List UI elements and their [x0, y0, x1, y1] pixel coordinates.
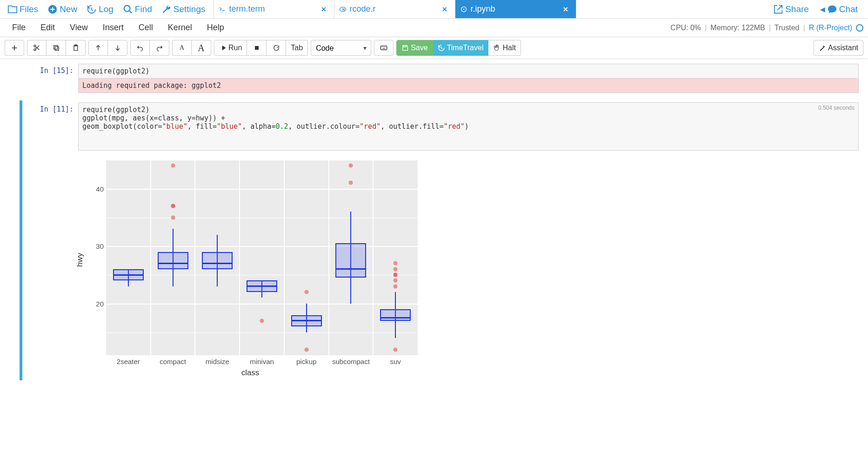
run-button[interactable]: Run [214, 40, 247, 56]
history-icon [87, 4, 97, 14]
undo-button[interactable] [130, 40, 150, 56]
insert-cell-button[interactable] [5, 40, 24, 56]
code-cell[interactable]: In [11]: require(ggplot2) ggplot(mpg, ae… [20, 100, 868, 380]
memory-status: Memory: 122MB [710, 24, 765, 32]
menu-cell[interactable]: Cell [131, 21, 160, 34]
copy-icon [53, 44, 60, 52]
interrupt-button[interactable] [247, 40, 267, 56]
history-icon [438, 44, 445, 52]
magic-icon [819, 44, 826, 52]
svg-rect-12 [255, 46, 259, 50]
ggplot-chart: hwy class 2030402seatercompactmidsizemin… [78, 155, 422, 378]
input-prompt: In [15]: [22, 64, 78, 93]
execution-timing: 0.504 seconds [818, 105, 855, 111]
font-small-button[interactable]: A [172, 40, 192, 56]
svg-point-5 [463, 8, 465, 10]
menu-view[interactable]: View [62, 21, 95, 34]
folder-icon [7, 4, 18, 14]
save-button[interactable]: Save [396, 40, 433, 56]
menubar: File Edit View Insert Cell Kernel Help C… [0, 19, 868, 37]
tab-label: term.term [229, 4, 265, 14]
menu-help[interactable]: Help [200, 21, 232, 34]
chat-icon: ◀ [820, 6, 825, 13]
speech-icon [827, 4, 837, 14]
tab-strip: term.term ✕ R rcode.r ✕ r.ipynb ✕ [214, 0, 767, 18]
undo-icon [136, 44, 144, 52]
redo-button[interactable] [150, 40, 169, 56]
stream-output: Loading required package: ggplot2 [78, 79, 859, 93]
svg-rect-8 [55, 46, 59, 50]
settings-button[interactable]: Settings [158, 3, 209, 15]
share-icon [773, 4, 783, 14]
code-input[interactable]: require(ggplot2) [78, 64, 859, 79]
arrow-down-icon [114, 44, 121, 52]
x-tick-label: 2seater [117, 358, 140, 365]
x-tick-label: minivan [250, 358, 274, 365]
notebook-toolbar: A A Run Tab Code Save TimeTravel Halt [0, 37, 868, 59]
move-up-button[interactable] [88, 40, 108, 56]
new-button[interactable]: New [44, 3, 81, 15]
kernel-link[interactable]: R (R-Project) [809, 24, 852, 32]
x-axis-label: class [241, 368, 260, 378]
code-cell[interactable]: In [15]: require(ggplot2) Loading requir… [22, 62, 868, 95]
svg-point-1 [124, 5, 130, 11]
stop-icon [253, 44, 260, 52]
separator: | [705, 24, 707, 32]
y-tick-label: 30 [78, 242, 104, 250]
kernel-indicator-icon[interactable] [856, 24, 863, 32]
tab-label: r.ipynb [470, 4, 495, 14]
restart-button[interactable] [267, 40, 286, 56]
x-tick-label: suv [390, 358, 401, 365]
tab-button[interactable]: Tab [286, 40, 308, 56]
log-button[interactable]: Log [83, 3, 117, 15]
menu-insert[interactable]: Insert [95, 21, 131, 34]
tab-rcode[interactable]: R rcode.r ✕ [334, 0, 455, 18]
y-tick-label: 40 [78, 185, 104, 192]
assistant-button[interactable]: Assistant [814, 40, 863, 56]
svg-rect-13 [381, 46, 387, 50]
x-tick-label: compact [160, 358, 186, 365]
terminal-icon [219, 6, 226, 13]
svg-text:R: R [342, 7, 345, 12]
menu-kernel[interactable]: Kernel [160, 21, 200, 34]
menu-file[interactable]: File [5, 21, 33, 34]
save-icon [401, 44, 409, 52]
tab-ripynb[interactable]: r.ipynb ✕ [455, 0, 576, 18]
plot-output: hwy class 2030402seatercompactmidsizemin… [78, 155, 859, 378]
plus-icon [11, 44, 18, 52]
cut-button[interactable] [27, 40, 47, 56]
halt-button[interactable]: Halt [488, 40, 521, 56]
wrench-icon [161, 4, 172, 14]
code-input[interactable]: require(ggplot2) ggplot(mpg, aes(x=class… [78, 102, 859, 151]
font-large-button[interactable]: A [192, 40, 211, 56]
r-lang-icon: R [339, 6, 347, 13]
move-down-button[interactable] [108, 40, 127, 56]
close-icon[interactable]: ✕ [563, 6, 568, 13]
clipboard-icon [72, 44, 80, 52]
input-prompt: In [11]: [22, 102, 78, 378]
svg-rect-14 [404, 46, 406, 47]
find-button[interactable]: Find [119, 3, 156, 15]
separator: | [769, 24, 771, 32]
notebook-area[interactable]: In [15]: require(ggplot2) Loading requir… [0, 59, 868, 470]
timetravel-button[interactable]: TimeTravel [433, 40, 489, 56]
paste-button[interactable] [66, 40, 86, 56]
tab-term[interactable]: term.term ✕ [214, 0, 334, 18]
close-icon[interactable]: ✕ [442, 6, 447, 13]
top-toolbar: Files New Log Find Settings term.term ✕ [0, 0, 868, 19]
share-button[interactable]: Share [769, 3, 813, 15]
menu-edit[interactable]: Edit [33, 21, 62, 34]
hand-icon [493, 44, 501, 52]
y-tick-label: 20 [78, 299, 104, 307]
celltype-select[interactable]: Code [311, 40, 371, 56]
svg-rect-9 [53, 46, 57, 49]
chat-button[interactable]: ◀ Chat [816, 3, 861, 15]
tab-label: rcode.r [349, 4, 375, 14]
close-icon[interactable]: ✕ [321, 6, 327, 13]
copy-button[interactable] [47, 40, 66, 56]
x-tick-label: midsize [206, 358, 229, 365]
x-tick-label: pickup [296, 358, 316, 365]
separator: | [803, 24, 805, 32]
files-button[interactable]: Files [4, 3, 42, 15]
keyboard-button[interactable] [374, 40, 394, 56]
